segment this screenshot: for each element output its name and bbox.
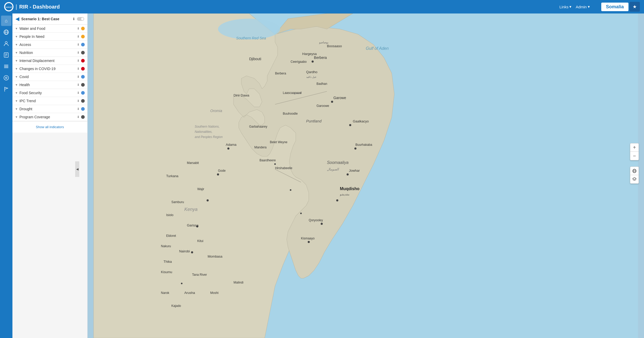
svg-text:Kitui: Kitui — [197, 239, 203, 243]
status-dot — [81, 83, 85, 87]
svg-text:لاسعنود: لاسعنود — [293, 92, 301, 95]
svg-text:Muqdisho: Muqdisho — [340, 187, 360, 191]
admin-menu[interactable]: Admin ▾ — [576, 4, 590, 9]
download-icon[interactable]: ⬇ — [77, 99, 80, 103]
svg-text:Thika: Thika — [163, 260, 172, 264]
status-dot — [81, 75, 85, 79]
arrow-left-icon[interactable]: ◀ — [16, 16, 19, 22]
download-icon[interactable]: ⬇ — [77, 83, 80, 87]
download-icon[interactable]: ⬇ — [77, 43, 80, 46]
sidebar-item-home[interactable]: ⌂ — [1, 16, 11, 26]
layer-item-food-security[interactable]: ▼ Food Security ⬇ — [12, 89, 87, 97]
svg-text:Garoowe: Garoowe — [317, 104, 329, 108]
zoom-out-button[interactable]: − — [630, 152, 639, 160]
download-icon[interactable]: ⬇ — [72, 17, 75, 21]
map-zoom-controls: + − — [630, 143, 639, 160]
map-area[interactable]: Berbera Garowe Gaalkacyo Buurhakaba Jowh… — [88, 13, 644, 338]
svg-point-29 — [217, 173, 219, 175]
layer-item-water-food[interactable]: ▼ Water and Food ⬇ — [12, 25, 87, 33]
globe-button[interactable] — [630, 167, 639, 175]
download-icon[interactable]: ⬇ — [77, 67, 80, 71]
sidebar-collapse-button[interactable]: ◀ — [75, 161, 79, 177]
svg-text:Malindi: Malindi — [234, 281, 244, 284]
svg-text:Samburu: Samburu — [171, 200, 184, 204]
svg-text:Buuhoodle: Buuhoodle — [283, 112, 298, 115]
svg-point-26 — [321, 223, 323, 225]
svg-text:Adama: Adama — [226, 143, 237, 147]
chevron-down-icon: ▼ — [15, 51, 18, 54]
svg-text:Kajado: Kajado — [171, 304, 181, 308]
sidebar-item-globe[interactable] — [1, 27, 11, 37]
layer-item-people-in-need[interactable]: ▼ People In Need ⬇ — [12, 33, 87, 41]
download-icon[interactable]: ⬇ — [77, 107, 80, 111]
svg-point-13 — [4, 75, 9, 80]
layer-item-program-coverage[interactable]: ▼ Program Coverage ⬇ — [12, 113, 87, 121]
country-label: Somalia — [601, 3, 628, 11]
svg-point-20 — [312, 60, 314, 63]
svg-text:عيل دافيد: عيل دافيد — [306, 75, 317, 78]
layer-controls: ⬇ — [77, 91, 85, 95]
svg-text:Baardheere: Baardheere — [260, 158, 276, 162]
scenario-toggle[interactable] — [77, 17, 84, 21]
sidebar-item-person[interactable] — [1, 38, 11, 49]
download-icon[interactable]: ⬇ — [77, 75, 80, 79]
svg-text:Wajir: Wajir — [197, 187, 204, 191]
download-icon[interactable]: ⬇ — [77, 51, 80, 54]
svg-text:and Peoples Region: and Peoples Region — [195, 135, 223, 139]
layer-item-health[interactable]: ▼ Health ⬇ — [12, 81, 87, 89]
download-icon[interactable]: ⬇ — [77, 59, 80, 63]
chevron-down-icon: ▼ — [15, 43, 18, 46]
download-icon[interactable]: ⬇ — [77, 91, 80, 95]
sidebar-item-list[interactable] — [1, 61, 11, 72]
layer-item-covid[interactable]: ▼ Covid ⬇ — [12, 73, 87, 81]
download-icon[interactable]: ⬇ — [77, 35, 80, 38]
status-dot — [81, 43, 85, 46]
svg-text:Gulf of Aden: Gulf of Aden — [366, 46, 389, 51]
top-navigation: unicef | RIR - Dashboard Links ▾ Admin ▾… — [0, 0, 644, 13]
svg-text:Arusha: Arusha — [184, 291, 195, 295]
download-icon[interactable]: ⬇ — [77, 27, 80, 30]
svg-text:Buurhakaba: Buurhakaba — [355, 143, 372, 147]
svg-point-23 — [354, 147, 356, 149]
sidebar-item-earth[interactable] — [1, 73, 11, 83]
favorite-star-button[interactable]: ★ — [629, 2, 640, 12]
layer-item-nutrition[interactable]: ▼ Nutrition ⬇ — [12, 49, 87, 57]
status-dot — [81, 51, 85, 54]
svg-text:Mandera: Mandera — [254, 146, 267, 149]
svg-text:Narok: Narok — [161, 291, 169, 295]
sidebar-item-flag[interactable] — [1, 84, 11, 94]
layer-controls: ⬇ — [77, 99, 85, 103]
download-icon[interactable]: ⬇ — [77, 115, 80, 119]
svg-point-36 — [300, 213, 302, 214]
layers-button[interactable] — [630, 175, 639, 183]
links-chevron-icon: ▾ — [569, 4, 571, 9]
zoom-in-button[interactable]: + — [630, 143, 639, 152]
chevron-down-icon: ▼ — [15, 91, 18, 94]
scenario-label: ◀ Scenario 1: Best Case — [16, 16, 59, 22]
svg-point-25 — [336, 199, 338, 202]
layer-controls: ⬇ — [77, 35, 85, 38]
nav-separator: | — [16, 3, 17, 10]
layer-item-access[interactable]: ▼ Access ⬇ — [12, 41, 87, 49]
svg-text:Gode: Gode — [218, 169, 226, 173]
layer-controls: ⬇ — [77, 75, 85, 79]
status-dot — [81, 35, 85, 38]
svg-text:Garbahaarey: Garbahaarey — [249, 125, 267, 128]
svg-point-21 — [331, 101, 333, 103]
layer-item-drought[interactable]: ▼ Drought ⬇ — [12, 105, 87, 113]
layer-item-changes-covid[interactable]: ▼ Changes in COVID-19 ⬇ — [12, 65, 87, 73]
sidebar-item-book[interactable] — [1, 50, 11, 60]
svg-point-28 — [227, 147, 230, 149]
icon-bar: ⌂ — [0, 13, 12, 338]
links-menu[interactable]: Links ▾ — [559, 4, 571, 9]
svg-text:Isiolo: Isiolo — [166, 213, 173, 217]
layer-item-ipc-trend[interactable]: ▼ IPC Trend ⬇ — [12, 97, 87, 105]
chevron-down-icon: ▼ — [15, 107, 18, 111]
chevron-down-icon: ▼ — [15, 35, 18, 38]
svg-text:Moshi: Moshi — [210, 291, 219, 295]
show-all-indicators-button[interactable]: Show all indicators — [12, 121, 87, 133]
svg-text:Nairobi: Nairobi — [179, 249, 190, 253]
svg-text:Qardho: Qardho — [306, 70, 317, 74]
svg-point-30 — [207, 199, 209, 202]
layer-item-internal-displacement[interactable]: ▼ Internal Displacement ⬇ — [12, 57, 87, 65]
